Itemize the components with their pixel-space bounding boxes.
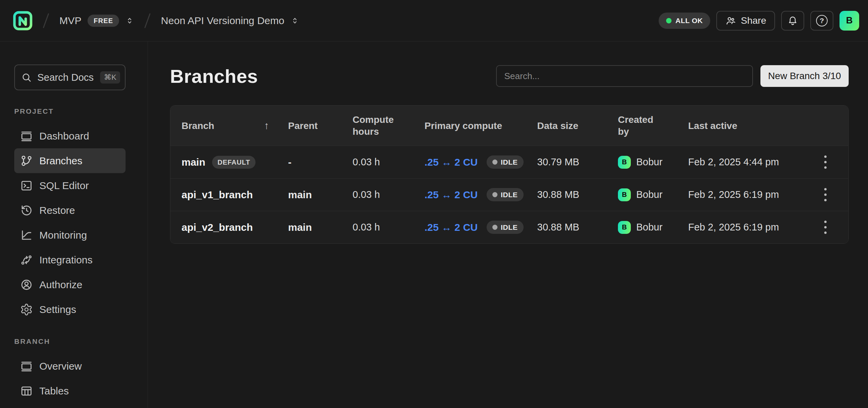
sidebar-item-integrations[interactable]: Integrations (14, 247, 126, 272)
creator-avatar: B (618, 188, 631, 201)
branch-cell: main DEFAULT (170, 156, 288, 169)
project-name: Neon API Versioning Demo (161, 15, 284, 26)
workflow-loop-icon (20, 254, 33, 266)
bell-icon (787, 15, 798, 26)
top-bar: MVP FREE Neon API Versioning Demo ALL OK (0, 0, 868, 41)
help-button[interactable]: ? (810, 11, 833, 31)
sidebar-item-label: SQL Editor (39, 180, 89, 191)
sidebar: Search Docs ⌘K PROJECT Dashboard (0, 41, 148, 408)
sidebar-item-label: Authorize (39, 279, 82, 291)
last-active-cell: Feb 2, 2025 6:19 pm (688, 189, 815, 200)
compute-hours-cell: 0.03 h (353, 189, 424, 200)
primary-compute-cell: .25 ↔ 2 CU IDLE (424, 188, 537, 201)
status-label: ALL OK (676, 17, 703, 25)
sidebar-item-sql-editor[interactable]: SQL Editor (14, 173, 126, 198)
org-name: MVP (59, 15, 81, 26)
branch-name: api_v1_branch (182, 189, 253, 201)
compute-hours-cell: 0.03 h (353, 222, 424, 233)
sidebar-item-label: Dashboard (39, 130, 89, 142)
actions-cell (815, 216, 848, 239)
sort-ascending-icon[interactable]: ↑ (264, 119, 269, 132)
terminal-square-icon (20, 179, 33, 192)
idle-dot-icon (492, 225, 497, 230)
chevrons-up-down-icon (125, 16, 134, 25)
sidebar-item-overview[interactable]: Overview (14, 354, 126, 378)
compute-size-link[interactable]: .25 ↔ 2 CU (424, 222, 478, 233)
column-header-last-active: Last active (688, 120, 815, 132)
neon-logo[interactable] (13, 11, 33, 31)
user-circle-icon (20, 278, 33, 291)
row-menu-button[interactable] (821, 183, 830, 206)
idle-dot-icon (492, 160, 497, 165)
compute-size-link[interactable]: .25 ↔ 2 CU (424, 156, 478, 168)
branch-search-input[interactable] (496, 65, 753, 87)
column-header-created-by: Created by (618, 114, 688, 137)
chevrons-up-down-icon (290, 16, 299, 25)
new-branch-button[interactable]: New Branch 3/10 (760, 65, 849, 87)
parent-cell: - (288, 156, 353, 168)
sidebar-item-label: Tables (39, 385, 69, 397)
row-menu-button[interactable] (821, 216, 830, 239)
data-size-cell: 30.79 MB (537, 156, 618, 168)
search-icon (21, 72, 32, 83)
last-active-cell: Feb 2, 2025 6:19 pm (688, 222, 815, 233)
search-docs-label: Search Docs (37, 72, 94, 83)
last-active-cell: Feb 2, 2025 4:44 pm (688, 156, 815, 168)
plan-badge: FREE (88, 15, 119, 27)
branch-row[interactable]: api_v1_branch main 0.03 h .25 ↔ 2 CU IDL… (170, 178, 848, 211)
compute-size-link[interactable]: .25 ↔ 2 CU (424, 189, 478, 201)
sidebar-item-label: Monitoring (39, 229, 87, 241)
row-menu-button[interactable] (821, 151, 830, 173)
sidebar-item-label: Branches (39, 155, 82, 167)
column-header-compute-hours: Compute hours (353, 114, 424, 137)
created-by-cell: B Bobur (618, 156, 688, 169)
branch-name: api_v2_branch (182, 222, 253, 233)
column-header-parent: Parent (288, 120, 353, 132)
parent-cell: main (288, 189, 353, 201)
org-selector[interactable]: MVP FREE (59, 15, 134, 27)
browser-window-icon (20, 360, 33, 373)
data-size-cell: 30.88 MB (537, 189, 618, 200)
sidebar-item-monitoring[interactable]: Monitoring (14, 223, 126, 247)
project-selector[interactable]: Neon API Versioning Demo (161, 15, 299, 26)
branches-table: Branch ↑ Parent Compute hours Primary co… (170, 105, 849, 244)
notifications-button[interactable] (781, 11, 804, 31)
sidebar-item-tables[interactable]: Tables (14, 378, 126, 403)
column-header-data-size: Data size (537, 120, 618, 132)
column-header-branch[interactable]: Branch ↑ (170, 119, 288, 132)
sidebar-item-label: Overview (39, 360, 82, 372)
share-button[interactable]: Share (716, 11, 775, 31)
idle-status-badge: IDLE (487, 155, 524, 169)
gear-icon (20, 303, 33, 316)
actions-cell (815, 183, 848, 206)
git-branch-icon (20, 154, 33, 167)
compute-hours-cell: 0.03 h (353, 156, 424, 168)
idle-status-badge: IDLE (487, 188, 524, 201)
breadcrumb-divider (43, 13, 49, 28)
sidebar-item-authorize[interactable]: Authorize (14, 272, 126, 297)
keyboard-shortcut-badge: ⌘K (100, 71, 120, 84)
history-icon (20, 204, 33, 217)
sidebar-item-settings[interactable]: Settings (14, 297, 126, 322)
branch-name: main (182, 156, 205, 168)
search-docs-button[interactable]: Search Docs ⌘K (14, 64, 126, 90)
user-avatar[interactable]: B (839, 11, 859, 31)
section-label-branch: BRANCH (14, 337, 139, 346)
sidebar-item-branches[interactable]: Branches (14, 148, 126, 173)
data-size-cell: 30.88 MB (537, 222, 618, 233)
status-pill[interactable]: ALL OK (659, 13, 711, 29)
chart-line-icon (20, 229, 33, 242)
created-by-cell: B Bobur (618, 221, 688, 234)
primary-compute-cell: .25 ↔ 2 CU IDLE (424, 221, 537, 234)
creator-avatar: B (618, 221, 631, 234)
actions-cell (815, 151, 848, 173)
table-icon (20, 385, 33, 397)
default-badge: DEFAULT (212, 156, 256, 169)
share-label: Share (741, 15, 766, 26)
sidebar-item-restore[interactable]: Restore (14, 198, 126, 223)
sidebar-item-dashboard[interactable]: Dashboard (14, 124, 126, 148)
users-icon (725, 15, 736, 26)
branch-row[interactable]: api_v2_branch main 0.03 h .25 ↔ 2 CU IDL… (170, 211, 848, 243)
branch-row[interactable]: main DEFAULT - 0.03 h .25 ↔ 2 CU IDLE 30… (170, 146, 848, 178)
idle-status-badge: IDLE (487, 221, 524, 234)
